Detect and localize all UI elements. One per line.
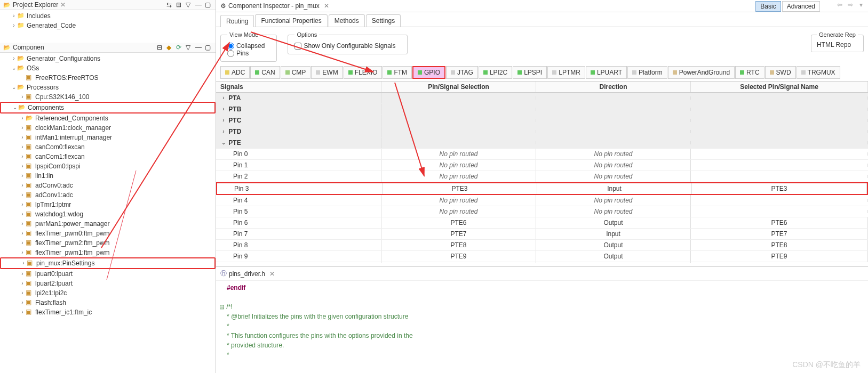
tree-item[interactable]: ›lpspiCom0:lpspi — [0, 161, 216, 171]
chevron-icon[interactable]: › — [19, 173, 26, 179]
filter-tab-lptmr[interactable]: LPTMR — [547, 66, 585, 79]
chevron-icon[interactable]: › — [220, 117, 227, 124]
chevron-icon[interactable]: › — [19, 182, 26, 189]
view-menu-icon[interactable]: ▽ — [186, 1, 193, 9]
group-row-PTE[interactable]: ⌄ PTE — [216, 137, 868, 149]
chevron-icon[interactable]: › — [19, 240, 26, 246]
filter-tab-lpuart[interactable]: LPUART — [586, 66, 627, 79]
tree-item[interactable]: ›lpuart0:lpuart — [0, 269, 216, 279]
basic-mode[interactable]: Basic — [755, 1, 781, 12]
tree-item[interactable]: ›lpuart2:lpuart — [0, 279, 216, 288]
tree-item[interactable]: ›adConv0:adc — [0, 181, 216, 190]
pin-direction[interactable]: No pin routed — [536, 160, 691, 171]
tree-item[interactable]: ›flexTimer_ic1:ftm_ic — [0, 307, 216, 317]
pin-row[interactable]: Pin 9PTE9OutputPTE9 — [216, 251, 868, 262]
pin-selection[interactable]: No pin routed — [381, 206, 536, 217]
tree-item[interactable]: ›flexTimer_pwm1:ftm_pwm — [0, 248, 216, 257]
show-configurable-checkbox[interactable] — [294, 43, 301, 50]
chevron-icon[interactable]: › — [19, 280, 26, 287]
filter-icon[interactable]: ◆ — [166, 44, 174, 51]
tree-item[interactable]: ›flexTimer_pwm2:ftm_pwm — [0, 238, 216, 248]
pin-direction[interactable]: No pin routed — [536, 149, 691, 159]
filter-tab-ewm[interactable]: EWM — [311, 66, 343, 79]
chevron-icon[interactable]: › — [19, 94, 26, 100]
pin-direction[interactable]: Output — [536, 240, 691, 250]
chevron-icon[interactable]: › — [19, 201, 26, 208]
group-row-PTB[interactable]: › PTB — [216, 104, 868, 115]
chevron-icon[interactable]: › — [19, 211, 26, 217]
pin-selection[interactable]: PTE9 — [381, 251, 536, 262]
pin-direction[interactable]: No pin routed — [536, 171, 691, 182]
filter-tab-swd[interactable]: SWD — [765, 66, 796, 79]
chevron-icon[interactable]: › — [19, 192, 26, 198]
tree-item[interactable]: ⌄OSs — [0, 63, 216, 73]
tree-item[interactable]: ›Generator_Configurations — [0, 54, 216, 63]
collapse-icon[interactable]: ⊟ — [176, 1, 184, 9]
pin-selection[interactable]: PTE3 — [383, 183, 537, 194]
chevron-icon[interactable]: › — [20, 260, 27, 266]
fold-icon[interactable]: ⊟ — [219, 303, 225, 311]
chevron-icon[interactable]: › — [19, 249, 26, 256]
filter-tab-can[interactable]: CAN — [250, 66, 280, 79]
pin-direction[interactable]: No pin routed — [536, 262, 691, 263]
tree-item[interactable]: ⌄Components — [0, 102, 216, 113]
filter-tab-jtag[interactable]: JTAG — [446, 66, 478, 79]
chevron-icon[interactable]: › — [19, 299, 26, 306]
chevron-icon[interactable]: › — [11, 13, 17, 19]
tree-item[interactable]: ›clockMan1:clock_manager — [0, 123, 216, 133]
pin-row[interactable]: Pin 8PTE8OutputPTE8 — [216, 240, 868, 251]
pin-selection[interactable]: No pin routed — [381, 160, 536, 171]
tree-item[interactable]: ›watchdog1:wdog — [0, 209, 216, 219]
chevron-icon[interactable]: ⌄ — [11, 84, 17, 91]
chevron-icon[interactable]: › — [19, 271, 26, 277]
tree-item[interactable]: ›lin1:lin — [0, 171, 216, 181]
chevron-icon[interactable]: › — [11, 22, 17, 29]
chevron-icon[interactable]: › — [19, 134, 26, 141]
pin-direction[interactable]: Output — [536, 217, 691, 228]
pin-row[interactable]: Pin 7PTE7InputPTE7 — [216, 229, 868, 240]
link-icon[interactable]: ⇆ — [166, 1, 174, 9]
chevron-icon[interactable] — [19, 75, 26, 81]
chevron-icon[interactable]: › — [19, 163, 26, 169]
chevron-icon[interactable]: › — [19, 144, 26, 150]
pin-row[interactable]: Pin 1No pin routedNo pin routed — [216, 160, 868, 171]
advanced-mode[interactable]: Advanced — [782, 1, 820, 12]
filter-tab-flexio[interactable]: FLEXIO — [344, 66, 383, 79]
chevron-icon[interactable]: › — [19, 230, 26, 237]
filter-tab-adc[interactable]: ADC — [220, 66, 250, 79]
pin-row[interactable]: Pin 4No pin routedNo pin routed — [216, 195, 868, 206]
pin-selection[interactable]: No pin routed — [381, 195, 536, 206]
group-row-PTA[interactable]: › PTA — [216, 93, 868, 104]
tree-item[interactable]: ›intMan1:interrupt_manager — [0, 133, 216, 142]
pin-direction[interactable]: Output — [536, 251, 691, 262]
filter-tab-platform[interactable]: Platform — [627, 66, 667, 79]
minimize-icon[interactable]: — — [195, 44, 203, 51]
close-icon[interactable]: ✕ — [60, 1, 66, 9]
pin-row[interactable]: Pin 2No pin routedNo pin routed — [216, 171, 868, 182]
filter-tab-rtc[interactable]: RTC — [735, 66, 764, 79]
sub-tab-functional-properties[interactable]: Functional Properties — [255, 14, 327, 27]
tree-item[interactable]: ›Generated_Code — [0, 21, 216, 30]
pin-row[interactable]: Pin 10No pin routedNo pin routed — [216, 262, 868, 263]
collapse-all-icon[interactable]: ⊟ — [157, 44, 164, 51]
tree-item[interactable]: ›Includes — [0, 11, 216, 21]
maximize-icon[interactable]: ▢ — [205, 1, 212, 9]
pins-radio[interactable] — [227, 50, 234, 57]
pin-direction[interactable]: Input — [536, 229, 691, 239]
view-menu-icon[interactable]: ▽ — [186, 44, 193, 51]
pin-row[interactable]: Pin 5No pin routedNo pin routed — [216, 206, 868, 217]
pin-row[interactable]: Pin 6PTE6OutputPTE6 — [216, 217, 868, 229]
pin-selection[interactable]: PTE7 — [381, 229, 536, 239]
filter-tab-powerandground[interactable]: PowerAndGround — [668, 66, 735, 79]
filter-tab-cmp[interactable]: CMP — [281, 66, 311, 79]
html-report-button[interactable]: HTML Repo — [817, 41, 851, 48]
pin-direction[interactable]: Input — [537, 183, 692, 194]
tree-item[interactable]: ›Flash:flash — [0, 298, 216, 307]
tree-item[interactable]: ›flexTimer_pwm0:ftm_pwm — [0, 229, 216, 238]
chevron-icon[interactable]: › — [19, 290, 26, 296]
nav-fwd-icon[interactable]: ⇨ — [846, 1, 855, 11]
chevron-icon[interactable]: ⌄ — [12, 104, 18, 111]
pin-direction[interactable]: No pin routed — [536, 206, 691, 217]
tree-item[interactable]: ›Cpu:S32K146_100 — [0, 92, 216, 102]
pin-direction[interactable]: No pin routed — [536, 195, 691, 206]
